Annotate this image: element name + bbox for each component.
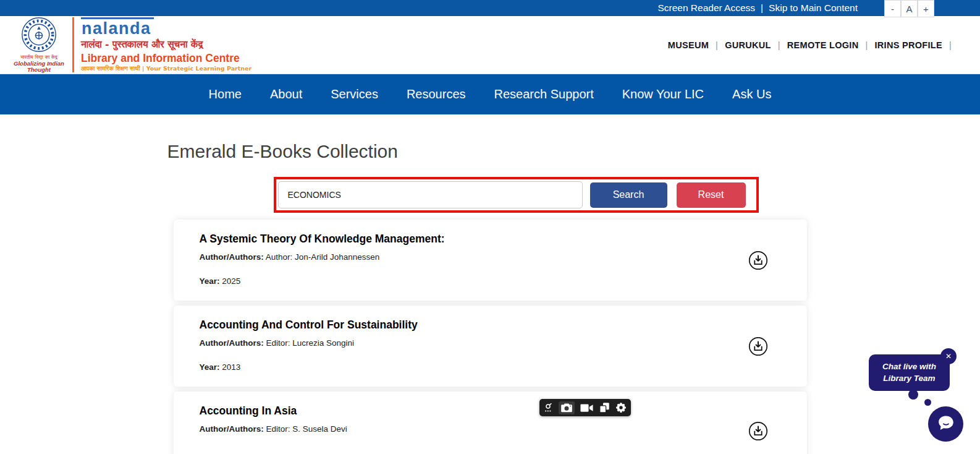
- institute-tagline: Globalizing Indian Thought: [8, 61, 70, 73]
- font-decrease-button[interactable]: -: [884, 0, 901, 17]
- nav-item-ask-us[interactable]: Ask Us: [732, 87, 771, 101]
- link-separator: |: [716, 40, 718, 50]
- chat-tooltip[interactable]: Chat live with Library Team: [869, 354, 950, 391]
- author-line: Author/Authors: Author: Jon-Arild Johann…: [200, 252, 733, 262]
- chat-launcher-button[interactable]: [928, 406, 963, 442]
- library-hindi-name: नालंदा - पुस्तकालय और सूचना केंद्र: [81, 40, 251, 51]
- copy-icon[interactable]: [599, 402, 610, 413]
- screenshot-extension-toolbar: [539, 399, 631, 416]
- nav-item-about[interactable]: About: [270, 87, 302, 101]
- results-list: A Systemic Theory Of Knowledge Managemen…: [174, 220, 807, 454]
- author-line: Author/Authors: Editor: S. Susela Devi: [200, 424, 733, 434]
- site-header: भारतीय विद्या का केंद्र Globalizing Indi…: [0, 16, 980, 74]
- library-brand-block[interactable]: nalanda नालंदा - पुस्तकालय और सूचना केंद…: [72, 17, 251, 72]
- accessibility-bar: Screen Reader Access | Skip to Main Cont…: [0, 0, 980, 16]
- result-card: Accounting And Control For Sustainabilit…: [174, 306, 807, 387]
- chat-bubble-dot: [908, 390, 918, 400]
- year-line: Year: 2013: [200, 362, 733, 372]
- nav-item-resources[interactable]: Resources: [407, 87, 466, 101]
- page-content: Emerald E-Books Collection Search Reset …: [174, 141, 807, 454]
- gurukul-link[interactable]: GURUKUL: [725, 40, 771, 50]
- author-line: Author/Authors: Editor: Lucrezia Songini: [200, 338, 733, 348]
- link-separator: |: [865, 40, 868, 50]
- font-default-button[interactable]: A: [901, 0, 918, 17]
- skip-to-content-link[interactable]: Skip to Main Content: [769, 2, 858, 14]
- header-quick-links: MUSEUM | GURUKUL | REMOTE LOGIN | IRINS …: [668, 40, 952, 50]
- institute-crest-icon: [21, 44, 57, 54]
- screen-reader-link[interactable]: Screen Reader Access: [657, 2, 755, 14]
- book-title: A Systemic Theory Of Knowledge Managemen…: [200, 233, 733, 246]
- search-annotation-box: Search Reset: [274, 177, 759, 213]
- camera-icon[interactable]: [559, 401, 575, 414]
- chat-close-button[interactable]: ✕: [940, 348, 957, 364]
- book-title: Accounting And Control For Sustainabilit…: [200, 319, 733, 332]
- font-increase-button[interactable]: +: [918, 0, 934, 17]
- result-card: A Systemic Theory Of Knowledge Managemen…: [174, 220, 807, 301]
- book-title: Accounting In Asia: [200, 405, 733, 418]
- download-button[interactable]: [748, 336, 769, 357]
- download-icon: [748, 349, 769, 359]
- download-button[interactable]: [748, 250, 769, 271]
- search-input[interactable]: [278, 181, 583, 208]
- video-icon[interactable]: [580, 403, 593, 413]
- library-tagline: आपका सामरिक शिक्षण साथी | Your Strategic…: [81, 66, 251, 72]
- nav-item-research-support[interactable]: Research Support: [494, 87, 594, 101]
- chat-bubble-dot: [924, 399, 931, 406]
- irins-profile-link[interactable]: IRINS PROFILE: [874, 40, 942, 50]
- download-icon: [748, 434, 769, 443]
- reset-button[interactable]: Reset: [677, 182, 746, 208]
- nav-item-services[interactable]: Services: [331, 87, 378, 101]
- year-line: Year: 2025: [200, 276, 733, 286]
- chat-bubble-icon: [936, 413, 957, 435]
- nav-item-home[interactable]: Home: [209, 87, 242, 101]
- main-navigation: Home About Services Resources Research S…: [0, 74, 980, 114]
- institute-logo-block[interactable]: भारतीय विद्या का केंद्र Globalizing Indi…: [8, 17, 70, 72]
- close-icon: ✕: [945, 352, 952, 361]
- remote-login-link[interactable]: REMOTE LOGIN: [787, 40, 859, 50]
- download-button[interactable]: [748, 421, 769, 442]
- link-separator: |: [778, 40, 780, 50]
- page-title: Emerald E-Books Collection: [167, 141, 807, 162]
- gear-icon[interactable]: [615, 402, 627, 413]
- result-card: Accounting In Asia Author/Authors: Edito…: [174, 392, 807, 454]
- chat-tooltip-line1: Chat live with: [882, 361, 936, 372]
- library-name: Library and Information Centre: [81, 52, 251, 64]
- museum-link[interactable]: MUSEUM: [668, 40, 709, 50]
- search-button[interactable]: Search: [590, 182, 667, 208]
- font-size-controls: - A +: [884, 0, 934, 17]
- nalanda-wordmark: nalanda: [81, 17, 154, 39]
- download-icon: [748, 263, 769, 273]
- toolbar-handle-icon[interactable]: [544, 403, 553, 413]
- nav-item-know-your-lic[interactable]: Know Your LIC: [622, 87, 704, 101]
- chat-tooltip-line2: Library Team: [883, 373, 935, 384]
- link-separator: |: [949, 40, 952, 50]
- topbar-separator: |: [761, 2, 763, 14]
